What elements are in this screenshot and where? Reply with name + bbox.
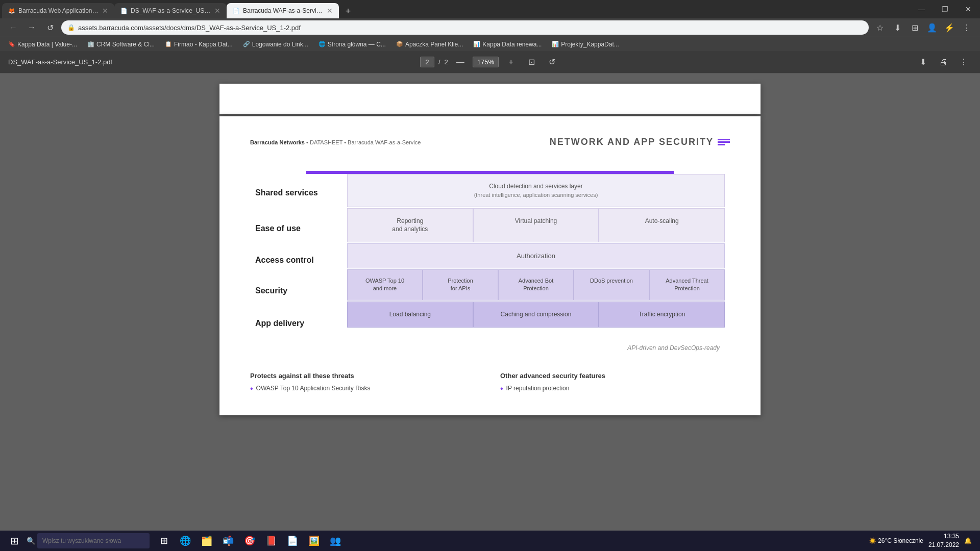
profile-icon[interactable]: 👤 <box>925 20 939 35</box>
taskbar-notification-icon[interactable]: 🔔 <box>964 537 972 544</box>
reload-button[interactable]: ↺ <box>43 20 57 35</box>
tab2-favicon: 📄 <box>120 7 128 14</box>
taskbar-icon-6[interactable]: 📕 <box>262 532 280 550</box>
bookmark-1[interactable]: 🔖 Kappa Data | Value-... <box>4 40 81 49</box>
page-header-right: NETWORK AND APP SECURITY <box>550 137 730 147</box>
bookmark-6[interactable]: 📦 Apaczka Panel Klie... <box>392 40 467 49</box>
pdf-print-button[interactable]: 🖨 <box>935 54 951 70</box>
threat-item-1: • OWASP Top 10 Application Security Risk… <box>250 385 480 393</box>
new-tab-button[interactable]: + <box>341 4 355 18</box>
row-shared-services: Cloud detection and services layer (thre… <box>347 174 725 207</box>
bottom-section: Protects against all these threats • OWA… <box>250 367 730 395</box>
url-input[interactable]: 🔒 assets.barracuda.com/assets/docs/dms/D… <box>61 20 869 35</box>
pdf-zoom-out-button[interactable]: — <box>452 54 469 70</box>
row-app-delivery: Load balancing Caching and compression T… <box>347 302 725 328</box>
bookmark7-label: Kappa Data renewa... <box>482 41 542 48</box>
taskbar-icon-9[interactable]: 👥 <box>326 532 345 550</box>
bookmark8-favicon: 📊 <box>552 41 559 47</box>
security-cell-apis: Protectionfor APIs <box>423 269 498 300</box>
bookmark3-label: Firmao - Kappa Dat... <box>174 41 233 48</box>
tab2-close-icon[interactable]: ✕ <box>214 7 220 14</box>
bookmark-5[interactable]: 🌐 Strona główna — C... <box>314 40 390 49</box>
bookmarks-bar: 🔖 Kappa Data | Value-... 🏢 CRM Software … <box>0 37 980 51</box>
delivery-cell-caching: Caching and compression <box>473 302 599 328</box>
lock-icon: 🔒 <box>67 24 75 31</box>
page-header-brand: Barracuda Networks • DATASHEET • Barracu… <box>250 139 421 145</box>
taskbar-app-icons: ⊞ 🌐 🗂️ 📬 🎯 📕 📄 🖼️ 👥 <box>155 532 345 550</box>
taskbar-icon-7[interactable]: 📄 <box>283 532 302 550</box>
window-controls: — ❐ ✕ <box>910 0 980 18</box>
tab2-title: DS_WAF-as-a-Service_US_1-2.pdf <box>131 7 211 14</box>
row-ease-of-use: Reportingand analytics Virtual patching … <box>347 208 725 243</box>
maximize-button[interactable]: ❐ <box>933 0 957 18</box>
delivery-cell-load: Load balancing <box>347 302 473 328</box>
bookmark1-label: Kappa Data | Value-... <box>17 41 77 48</box>
bookmark6-favicon: 📦 <box>396 41 403 47</box>
tab3-close-icon[interactable]: ✕ <box>327 7 333 14</box>
tab1-close-icon[interactable]: ✕ <box>102 7 108 14</box>
taskbar-icon-3[interactable]: 🗂️ <box>198 532 216 550</box>
browser-tab-1[interactable]: 🦊 Barracuda Web Application Fire... ✕ <box>2 3 114 18</box>
address-bar: ← → ↺ 🔒 assets.barracuda.com/assets/docs… <box>0 18 980 37</box>
taskbar-search-area: 🔍 <box>27 533 150 548</box>
tab3-favicon: 📄 <box>233 7 240 14</box>
taskbar-icon-4[interactable]: 📬 <box>219 532 237 550</box>
bookmark-7[interactable]: 📊 Kappa Data renewa... <box>469 40 546 49</box>
taskbar-weather: ☀️ 26°C Słonecznie <box>869 537 923 544</box>
extensions-icon[interactable]: ⚡ <box>942 20 957 35</box>
features-title: Other advanced security features <box>500 372 730 380</box>
bookmark-3[interactable]: 📋 Firmao - Kappa Dat... <box>161 40 237 49</box>
bookmark-2[interactable]: 🏢 CRM Software & Cl... <box>83 40 159 49</box>
pdf-total-pages: 2 <box>445 58 448 66</box>
menu-icon[interactable]: ⋮ <box>960 20 974 35</box>
browser-tab-2[interactable]: 📄 DS_WAF-as-a-Service_US_1-2.pdf ✕ <box>114 3 227 18</box>
feature-item-1-text: IP reputation protection <box>506 385 570 392</box>
search-icon: 🔍 <box>27 537 35 545</box>
taskbar-icon-2[interactable]: 🌐 <box>176 532 194 550</box>
tab-search-icon[interactable]: ⊞ <box>908 20 922 35</box>
brand-lines <box>718 139 730 145</box>
taskbar-time: 13:35 <box>928 532 959 541</box>
diagram-table: Shared services Ease of use Access contr… <box>255 174 725 340</box>
bookmark-4[interactable]: 🔗 Logowanie do Link... <box>239 40 312 49</box>
label-shared-services: Shared services <box>255 174 347 212</box>
bookmark-8[interactable]: 📊 Projekty_KappaDat... <box>548 40 623 49</box>
minimize-button[interactable]: — <box>910 0 933 18</box>
ease-cell-reporting: Reportingand analytics <box>347 208 473 243</box>
pdf-more-button[interactable]: ⋮ <box>955 54 972 70</box>
shared-services-title: Cloud detection and services layer <box>358 182 714 191</box>
taskbar-icon-1[interactable]: ⊞ <box>155 532 173 550</box>
brand-name: Barracuda Networks <box>250 139 305 145</box>
pdf-page-separator: / <box>438 58 440 66</box>
tab-bar: 🦊 Barracuda Web Application Fire... ✕ 📄 … <box>0 0 980 18</box>
bottom-col-features: Other advanced security features • IP re… <box>500 372 730 395</box>
diagram-note: API-driven and DevSecOps-ready <box>260 344 720 352</box>
label-ease-of-use: Ease of use <box>255 212 347 245</box>
close-button[interactable]: ✕ <box>957 0 980 18</box>
security-cell-owasp: OWASP Top 10and more <box>347 269 423 300</box>
taskbar-icon-5[interactable]: 🎯 <box>240 532 259 550</box>
bookmark-star-icon[interactable]: ☆ <box>873 20 887 35</box>
start-button[interactable]: ⊞ <box>4 533 24 549</box>
back-button[interactable]: ← <box>6 20 20 35</box>
diagram-labels: Shared services Ease of use Access contr… <box>255 174 347 340</box>
browser-tab-3[interactable]: 📄 Barracuda WAF-as-a-Service - C... ✕ <box>227 3 339 18</box>
pdf-rotate-button[interactable]: ↺ <box>544 54 560 70</box>
pdf-download-button[interactable]: ⬇ <box>915 54 931 70</box>
taskbar-right: ☀️ 26°C Słonecznie 13:35 21.07.2022 🔔 <box>869 532 976 549</box>
pdf-zoom-in-button[interactable]: + <box>503 54 519 70</box>
security-cell-bot: Advanced BotProtection <box>498 269 574 300</box>
bookmark6-label: Apaczka Panel Klie... <box>405 41 463 48</box>
pdf-content-area: Barracuda Networks • DATASHEET • Barracu… <box>0 73 980 531</box>
bookmark8-label: Projekty_KappaDat... <box>561 41 619 48</box>
label-app-delivery: App delivery <box>255 307 347 340</box>
bookmark2-label: CRM Software & Cl... <box>96 41 155 48</box>
pdf-zoom-display: 175% <box>473 57 499 67</box>
download-icon[interactable]: ⬇ <box>890 20 904 35</box>
pdf-page-input[interactable] <box>420 57 434 67</box>
pdf-page-controls: / 2 — 175% + ⊡ ↺ <box>420 54 560 70</box>
taskbar-icon-8[interactable]: 🖼️ <box>305 532 323 550</box>
forward-button[interactable]: → <box>24 20 39 35</box>
pdf-fit-button[interactable]: ⊡ <box>523 54 540 70</box>
taskbar-search-input[interactable] <box>37 533 150 548</box>
